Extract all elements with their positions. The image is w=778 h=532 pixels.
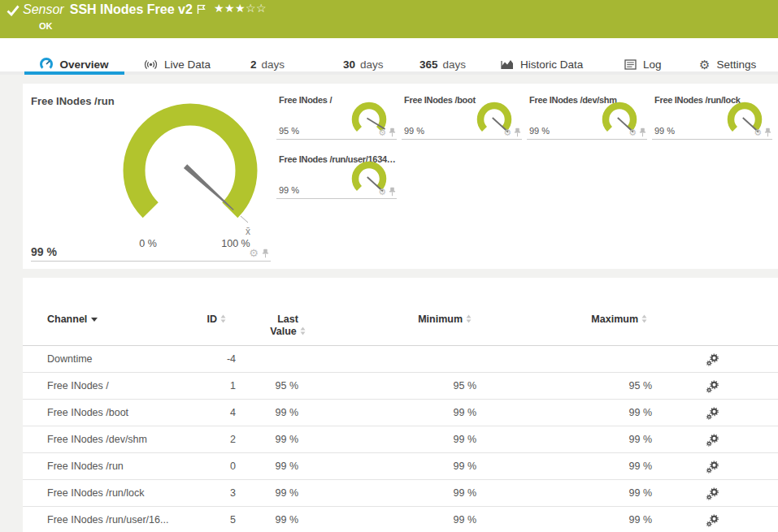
channel-last-value: 99 % xyxy=(217,426,298,452)
sensor-header: Sensor SSH INodes Free v2 ★★★☆☆ OK xyxy=(0,0,778,38)
sort-icon xyxy=(220,314,226,323)
gauge-min-label: 0 % xyxy=(132,238,164,249)
broadcast-icon xyxy=(144,58,158,71)
channel-name: Free INodes /run xyxy=(47,453,124,479)
sort-icon xyxy=(466,314,472,323)
priority-stars[interactable]: ★★★☆☆ xyxy=(214,2,267,15)
tab-label: Settings xyxy=(716,58,756,71)
channel-maximum: 99 % xyxy=(525,453,652,479)
tab-365-days[interactable]: 365days xyxy=(419,54,466,75)
stars-empty: ☆☆ xyxy=(246,2,267,15)
channel-minimum: 99 % xyxy=(350,507,476,532)
status-ok-check-icon xyxy=(7,5,20,16)
gauge-gear-icon[interactable]: ⚙ xyxy=(378,128,386,137)
channel-name: Downtime xyxy=(47,346,93,372)
table-row: Free INodes / 1 95 % 95 % 95 % xyxy=(23,373,778,400)
tab-label: Historic Data xyxy=(520,58,583,71)
log-list-icon xyxy=(624,59,637,70)
channel-settings-icon[interactable] xyxy=(706,353,719,367)
column-header-maximum[interactable]: Maximum xyxy=(524,314,647,325)
gauge-cell[interactable]: Free INodes /boot 99 % ⚙ xyxy=(402,90,522,140)
sort-icon xyxy=(300,327,306,335)
channel-maximum: 99 % xyxy=(525,507,652,532)
area-chart-icon xyxy=(500,58,514,70)
channel-minimum: 99 % xyxy=(350,453,476,479)
channel-name: Free INodes /dev/shm xyxy=(47,426,147,452)
gauge-value: 99 % xyxy=(404,126,424,136)
gauge-icon xyxy=(40,58,53,71)
gauge-gear-icon[interactable]: ⚙ xyxy=(378,188,386,197)
channels-table-panel: Channel ID Last Value Minimum Maximum Do… xyxy=(23,278,778,532)
gauge-cell[interactable]: Free INodes / 95 % ⚙ xyxy=(276,90,397,140)
gauge-value: 95 % xyxy=(279,126,299,136)
tab-overview[interactable]: Overview xyxy=(24,54,124,75)
tab-30-days[interactable]: 30days xyxy=(343,54,384,75)
channel-last-value: 99 % xyxy=(217,400,298,426)
channel-settings-icon[interactable] xyxy=(706,461,719,474)
channel-minimum: 99 % xyxy=(350,400,476,426)
column-header-channel[interactable]: Channel xyxy=(47,314,98,325)
channel-id: -4 xyxy=(153,346,236,372)
gauge-title: Free INodes /run xyxy=(31,95,115,107)
column-header-minimum[interactable]: Minimum xyxy=(348,314,472,325)
channel-last-value: 99 % xyxy=(217,480,298,506)
tab-label: Log xyxy=(643,58,662,71)
channel-name: Free INodes /boot xyxy=(47,400,128,426)
column-header-last-value[interactable]: Last Value xyxy=(264,314,311,338)
sort-icon xyxy=(641,314,647,323)
primary-gauge-cell[interactable]: Free INodes /run x̄ 0 % 100 % 99 % ⚙ xyxy=(31,89,271,262)
gauge-pin-icon[interactable] xyxy=(389,128,396,137)
gauge-gear-icon[interactable]: ⚙ xyxy=(503,128,511,137)
gauge-cell[interactable]: Free INodes /run/user/16342... 99 % ⚙ xyxy=(276,149,397,199)
tab-label: Live Data xyxy=(164,58,211,71)
gauge-gear-icon[interactable]: ⚙ xyxy=(249,248,259,258)
gauge-value: 99 % xyxy=(31,245,57,258)
column-header-id[interactable]: ID xyxy=(153,314,226,325)
channel-settings-icon[interactable] xyxy=(706,514,719,528)
table-row: Free INodes /run/user/16... 5 99 % 99 % … xyxy=(23,507,778,532)
sensor-status: OK xyxy=(39,21,53,31)
channel-settings-icon[interactable] xyxy=(706,380,719,394)
tab-historic-data[interactable]: Historic Data xyxy=(500,54,583,75)
gauge-pin-icon[interactable] xyxy=(639,128,646,137)
stars-filled: ★★★ xyxy=(214,2,246,15)
tab-label: Overview xyxy=(59,58,108,71)
channel-minimum: 95 % xyxy=(350,373,476,399)
channel-maximum: 99 % xyxy=(525,400,652,426)
channel-settings-icon[interactable] xyxy=(706,487,719,501)
channel-last-value: 95 % xyxy=(217,373,298,399)
gauge-pin-icon[interactable] xyxy=(262,249,269,258)
gauge-value: 99 % xyxy=(279,185,299,195)
gauge-value: 99 % xyxy=(529,126,550,136)
channel-maximum: 99 % xyxy=(525,426,652,452)
channel-name: Free INodes /run/lock xyxy=(47,480,145,506)
tab-settings[interactable]: ⚙ Settings xyxy=(699,54,756,75)
channel-minimum: 99 % xyxy=(350,426,476,452)
caret-down-icon xyxy=(91,318,98,322)
flag-icon[interactable] xyxy=(197,4,206,15)
gauge-pin-icon[interactable] xyxy=(514,128,521,137)
gauges-panel: Free INodes /run x̄ 0 % 100 % 99 % ⚙ Fre… xyxy=(23,84,778,269)
table-row: Downtime -4 xyxy=(23,346,778,373)
tab-live-data[interactable]: Live Data xyxy=(144,54,211,75)
channel-name: Free INodes / xyxy=(47,373,109,399)
gauge-cell[interactable]: Free INodes /dev/shm 99 % ⚙ xyxy=(527,90,647,140)
table-body: Downtime -4 Free INodes / 1 95 % 95 % 95… xyxy=(23,346,778,532)
channel-settings-icon[interactable] xyxy=(706,407,719,421)
gauge-pin-icon[interactable] xyxy=(389,187,396,197)
gauge-gear-icon[interactable]: ⚙ xyxy=(754,128,762,137)
sensor-title: SSH INodes Free v2 xyxy=(70,2,193,17)
table-row: Free INodes /dev/shm 2 99 % 99 % 99 % xyxy=(23,426,778,453)
channel-last-value: 99 % xyxy=(217,453,298,479)
gauge-gear-icon[interactable]: ⚙ xyxy=(628,128,637,137)
channel-last-value: 99 % xyxy=(217,507,298,532)
gauge-cell[interactable]: Free INodes /run/lock 99 % ⚙ xyxy=(652,90,772,140)
secondary-gauges-grid: Free INodes / 95 % ⚙ Free INodes /boot 9… xyxy=(276,90,774,199)
sensor-kind-label: Sensor xyxy=(23,2,64,17)
gauge-pin-icon[interactable] xyxy=(764,128,771,137)
tab-log[interactable]: Log xyxy=(624,54,662,75)
tab-2-days[interactable]: 2days xyxy=(250,54,285,75)
table-row: Free INodes /run 0 99 % 99 % 99 % xyxy=(23,453,778,480)
gauge-value: 99 % xyxy=(654,126,675,136)
channel-settings-icon[interactable] xyxy=(706,434,719,448)
